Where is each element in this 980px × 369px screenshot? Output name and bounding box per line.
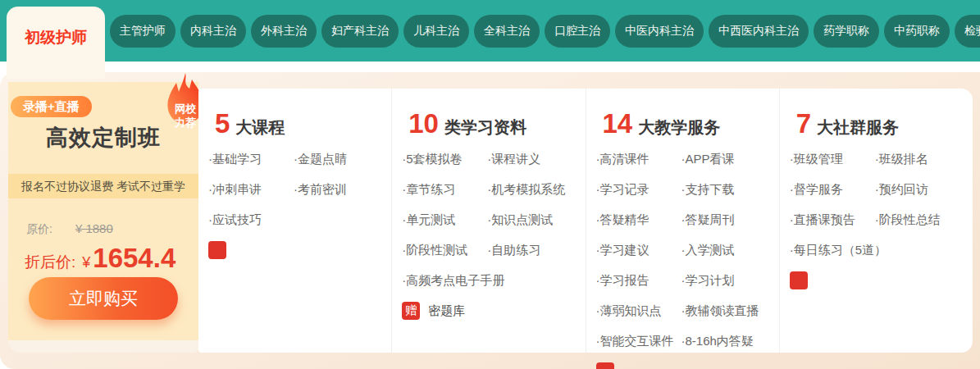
discount-price-row: 折后价: ¥ 1654.4 <box>25 244 175 273</box>
course-type-badge: 录播+直播 <box>11 96 92 117</box>
feature-count: 5 <box>215 110 230 137</box>
feature-item: ·班级排名 <box>875 152 973 166</box>
feature-item: ·班级管理 <box>790 152 875 166</box>
feature-column: 10 类学习资料 ·5套模拟卷·课程讲义·章节练习·机考模拟系统·单元测试·知识… <box>391 89 585 353</box>
currency-symbol: ¥ <box>82 254 90 271</box>
tab-item[interactable]: 中医内科主治 <box>615 15 704 48</box>
course-summary-panel: 录播+直播 网校 力荐 高效定制班 报名不过协议退费 考试不过重学 原价:¥ 1… <box>8 82 198 340</box>
feature-item: ·课程讲义 <box>487 152 585 166</box>
feature-item: ·冲刺串讲 <box>208 182 294 197</box>
feature-column-header: 10 类学习资料 <box>408 110 585 139</box>
course-card: 录播+直播 网校 力荐 高效定制班 报名不过协议退费 考试不过重学 原价:¥ 1… <box>0 72 980 369</box>
category-tab-bar: 初级护师 主管护师内科主治外科主治妇产科主治儿科主治全科主治口腔主治中医内科主治… <box>0 0 980 61</box>
original-price-row: 原价:¥ 1880 <box>26 221 113 237</box>
feature-item: ·机考模拟系统 <box>487 182 585 197</box>
tab-item[interactable]: 主管护师 <box>110 15 175 48</box>
gift-row <box>790 271 973 289</box>
feature-item: ·8-16h内答疑 <box>681 334 779 348</box>
discount-price-label: 折后价: <box>25 252 75 273</box>
feature-item: ·应试技巧 <box>208 212 294 227</box>
feature-item: ·5套模拟卷 <box>402 152 487 166</box>
feature-items: ·5套模拟卷·课程讲义·章节练习·机考模拟系统·单元测试·知识点测试·阶段性测试… <box>402 152 585 288</box>
feature-item: ·章节练习 <box>402 182 487 197</box>
feature-column-header: 5 大课程 <box>215 110 391 139</box>
feature-item: ·学习计划 <box>681 273 779 288</box>
gift-badge <box>208 241 226 259</box>
tab-item[interactable]: 妇产科主治 <box>321 15 399 48</box>
feature-item: ·学习记录 <box>596 182 681 197</box>
tab-active[interactable]: 初级护师 <box>7 7 105 79</box>
feature-item: ·阶段性测试 <box>402 243 487 257</box>
feature-item: ·金题点睛 <box>294 152 391 166</box>
gift-badge <box>790 271 808 289</box>
tab-item[interactable]: 检验职称 <box>955 15 980 48</box>
feature-items: ·高清课件·APP看课·学习记录·支持下载·答疑精华·答疑周刊·学习建议·入学测… <box>596 152 779 348</box>
panel-footer-strip <box>8 340 198 353</box>
feature-unit: 类学习资料 <box>444 116 526 139</box>
discount-price-value: 1654.4 <box>93 244 175 271</box>
feature-column: 5 大课程 ·基础学习·金题点睛·冲刺串讲·考前密训·应试技巧 <box>198 89 391 353</box>
gift-row: 赠 密题库 <box>402 302 585 320</box>
feature-item: ·知识点测试 <box>487 212 585 227</box>
feature-item: ·学习报告 <box>596 273 681 288</box>
feature-item: ·预约回访 <box>875 182 973 197</box>
features-area: 5 大课程 ·基础学习·金题点睛·冲刺串讲·考前密训·应试技巧 10 类学习资料… <box>198 89 973 353</box>
feature-count: 10 <box>408 110 439 137</box>
feature-item: ·自助练习 <box>487 243 585 257</box>
gift-row <box>208 241 391 259</box>
tab-item[interactable]: 中西医内科主治 <box>709 15 809 48</box>
feature-count: 14 <box>603 110 633 137</box>
feature-item: ·基础学习 <box>208 152 294 166</box>
feature-column: 7 大社群服务 ·班级管理·班级排名·督学服务·预约回访·直播课预告·阶段性总结… <box>779 89 973 353</box>
feature-item: ·直播课预告 <box>790 212 875 227</box>
feature-item: ·教辅领读直播 <box>681 303 779 318</box>
gift-badge <box>596 362 614 369</box>
gift-badge: 赠 <box>402 302 420 320</box>
tab-item[interactable]: 内科主治 <box>180 15 246 48</box>
tab-item[interactable]: 全科主治 <box>474 15 540 48</box>
feature-item: ·每日练习（5道） <box>790 243 875 257</box>
feature-item: ·学习建议 <box>596 243 681 257</box>
gift-row <box>596 362 779 369</box>
feature-item: ·督学服务 <box>790 182 875 197</box>
feature-item: ·高频考点电子手册 <box>402 273 487 288</box>
feature-items: ·基础学习·金题点睛·冲刺串讲·考前密训·应试技巧 <box>208 152 391 227</box>
feature-item: ·考前密训 <box>294 182 391 197</box>
feature-column-header: 14 大教学服务 <box>603 110 779 139</box>
feature-item: ·薄弱知识点 <box>596 303 681 318</box>
gift-label: 密题库 <box>428 303 465 319</box>
tab-item[interactable]: 儿科主治 <box>403 15 469 48</box>
feature-unit: 大教学服务 <box>638 116 720 139</box>
feature-item: ·智能交互课件 <box>596 334 681 348</box>
original-price-label: 原价: <box>26 222 52 235</box>
feature-item: ·高清课件 <box>596 152 681 166</box>
feature-item: ·阶段性总结 <box>875 212 973 227</box>
feature-items: ·班级管理·班级排名·督学服务·预约回访·直播课预告·阶段性总结·每日练习（5道… <box>790 152 973 257</box>
tab-item[interactable]: 外科主治 <box>251 15 317 48</box>
feature-item: ·单元测试 <box>402 212 487 227</box>
feature-column: 14 大教学服务 ·高清课件·APP看课·学习记录·支持下载·答疑精华·答疑周刊… <box>586 89 779 353</box>
original-price-value: ¥ 1880 <box>75 221 113 235</box>
course-title: 高效定制班 <box>8 123 198 153</box>
feature-item: ·入学测试 <box>681 243 779 257</box>
feature-item: ·支持下载 <box>681 182 779 197</box>
tab-item[interactable]: 中药职称 <box>884 15 950 48</box>
feature-item: ·答疑周刊 <box>681 212 779 227</box>
feature-column-header: 7 大社群服务 <box>796 110 973 139</box>
feature-item: ·APP看课 <box>681 152 779 166</box>
guarantee-text: 报名不过协议退费 考试不过重学 <box>8 174 198 198</box>
feature-unit: 大课程 <box>235 116 285 139</box>
feature-count: 7 <box>796 110 811 137</box>
tab-item[interactable]: 口腔主治 <box>545 15 610 48</box>
buy-now-button[interactable]: 立即购买 <box>29 277 178 320</box>
tab-item[interactable]: 药学职称 <box>814 15 879 48</box>
feature-item: ·答疑精华 <box>596 212 681 227</box>
feature-unit: 大社群服务 <box>817 116 899 139</box>
